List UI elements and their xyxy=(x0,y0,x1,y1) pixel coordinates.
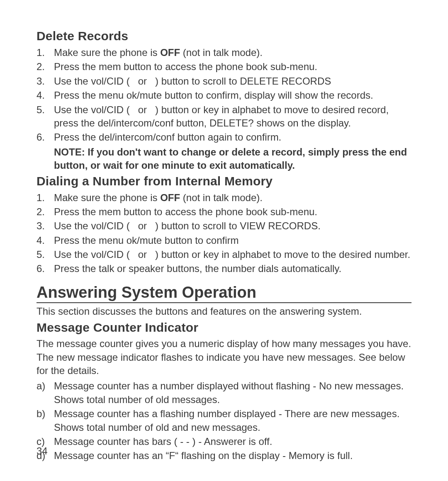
manual-page: Delete Records Make sure the phone is OF… xyxy=(0,0,448,481)
list-item: Press the menu ok/mute button to confirm xyxy=(54,233,411,248)
list-item: Press the del/intercom/conf button again… xyxy=(54,130,411,144)
heading-answering-system: Answering System Operation xyxy=(37,284,411,303)
list-item: Use the vol/CID ( or ) button or key in … xyxy=(54,103,411,131)
list-item: Message counter has bars ( - - ) - Answe… xyxy=(54,435,411,449)
heading-message-counter: Message Counter Indicator xyxy=(37,321,411,335)
list-message-counter: Message counter has a number displayed w… xyxy=(37,379,411,463)
list-item: Use the vol/CID ( or ) button or key in … xyxy=(54,248,411,262)
note-delete-records: NOTE: If you don't want to change or del… xyxy=(37,146,411,172)
list-dialing: Make sure the phone is OFF (not in talk … xyxy=(37,191,411,276)
list-item: Message counter has an “F“ flashing on t… xyxy=(54,449,411,463)
list-item: Press the menu ok/mute button to confirm… xyxy=(54,88,411,102)
list-delete-records: Make sure the phone is OFF (not in talk … xyxy=(37,46,411,145)
answering-intro: This section discusses the buttons and f… xyxy=(37,305,411,318)
list-item: Press the mem button to access the phone… xyxy=(54,60,411,74)
list-item: Press the mem button to access the phone… xyxy=(54,205,411,219)
list-item: Message counter has a flashing number di… xyxy=(54,407,411,435)
list-item: Make sure the phone is OFF (not in talk … xyxy=(54,191,411,205)
list-item: Use the vol/CID ( or ) button to scroll … xyxy=(54,74,411,88)
mci-intro: The message counter gives you a numeric … xyxy=(37,337,411,377)
list-item: Message counter has a number displayed w… xyxy=(54,379,411,407)
page-number: 34 xyxy=(37,445,48,457)
heading-dialing: Dialing a Number from Internal Memory xyxy=(37,174,411,188)
list-item: Make sure the phone is OFF (not in talk … xyxy=(54,46,411,60)
list-item: Use the vol/CID ( or ) button to scroll … xyxy=(54,219,411,233)
heading-delete-records: Delete Records xyxy=(37,29,411,43)
list-item: Press the talk or speaker buttons, the n… xyxy=(54,262,411,276)
